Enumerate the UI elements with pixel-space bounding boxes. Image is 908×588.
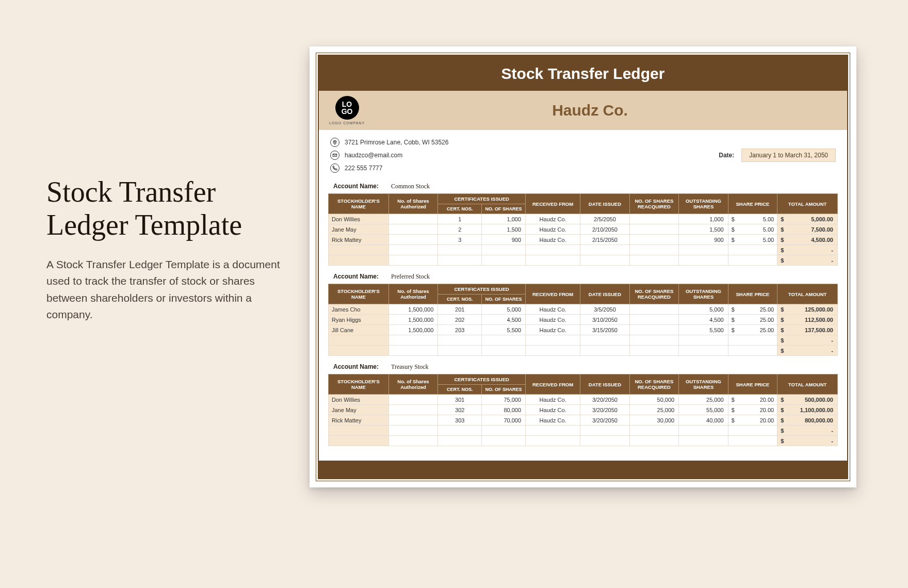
col-total-amount: TOTAL AMOUNT [777,374,838,395]
table-row-empty: $- [329,426,838,436]
cell-outstanding: 1,500 [679,224,728,235]
cell-empty [329,346,389,356]
col-no-shares: NO. OF SHARES [482,204,526,214]
cell-outstanding: 1,000 [679,214,728,224]
cell-authorized: 1,500,000 [388,325,438,335]
cell-empty [388,335,438,346]
cell-outstanding: 4,500 [679,315,728,325]
col-reacquired: NO. OF SHARES REACQUIRED [629,284,679,304]
col-no-shares: NO. OF SHARES [482,295,526,304]
cell-total-empty: $- [777,335,838,346]
cell-outstanding: 25,000 [679,395,728,405]
cell-empty [526,346,580,356]
cell-date-issued: 2/10/2050 [580,224,630,235]
cell-authorized: 1,500,000 [388,304,438,315]
cell-cert-no: 203 [438,325,482,335]
email-icon [330,151,339,160]
col-shares-authorized: No. of Shares Authorized [388,284,438,304]
footer-band [319,461,847,478]
cell-outstanding: 5,500 [679,325,728,335]
cell-empty [482,255,526,266]
col-outstanding: OUTSTANDING SHARES [679,284,728,304]
cell-date-issued: 2/15/2050 [580,235,630,245]
cell-shares: 70,000 [482,415,526,426]
logo-text-bot: GO [342,108,353,115]
tables-area: Account Name:Common StockSTOCKHOLDER'S N… [319,177,847,458]
cell-empty [580,436,630,446]
cell-empty [679,346,728,356]
cell-total-empty: $- [777,346,838,356]
cell-name: Rick Mattey [329,415,389,426]
cell-empty [526,426,580,436]
cell-name: Rick Mattey [329,235,389,245]
promo-block: Stock Transfer Ledger Template A Stock T… [46,175,289,323]
col-shares-authorized: No. of Shares Authorized [388,194,438,214]
cell-total: $112,500.00 [777,315,838,325]
cell-share-price: $20.00 [728,405,777,415]
account-header: Account Name:Common Stock [328,181,838,193]
cell-empty [679,426,728,436]
cell-outstanding: 5,000 [679,304,728,315]
document-frame: Stock Transfer Ledger LO GO LOGO COMPANY… [318,55,848,479]
cell-empty [629,346,679,356]
cell-share-price: $20.00 [728,395,777,405]
meta-block: 3721 Primrose Lane, Cobb, WI 53526 haudz… [319,130,847,177]
cell-empty [482,245,526,255]
col-reacquired: NO. OF SHARES REACQUIRED [629,194,679,214]
cell-name: James Cho [329,304,389,315]
col-stockholder: STOCKHOLDER'S NAME [329,194,389,214]
cell-reacquired [629,315,679,325]
cell-date-issued: 3/20/2050 [580,395,630,405]
cell-name: Ryan Higgs [329,315,389,325]
svg-point-0 [334,141,335,142]
ledger-table: STOCKHOLDER'S NAMENo. of Shares Authoriz… [328,374,838,446]
col-date-issued: DATE ISSUED [580,374,630,395]
col-received-from: RECEIVED FROM [526,194,580,214]
cell-empty [679,335,728,346]
cell-authorized: 1,500,000 [388,315,438,325]
cell-empty [728,346,777,356]
cell-empty [329,245,389,255]
cell-authorized [388,405,438,415]
cell-shares: 1,500 [482,224,526,235]
cell-date-issued: 3/15/2050 [580,325,630,335]
cell-received-from: Haudz Co. [526,415,580,426]
col-share-price: SHARE PRICE [728,284,777,304]
cell-reacquired [629,235,679,245]
cell-received-from: Haudz Co. [526,304,580,315]
cell-cert-no: 303 [438,415,482,426]
col-share-price: SHARE PRICE [728,374,777,395]
cell-reacquired: 50,000 [629,395,679,405]
cell-empty [679,255,728,266]
cell-share-price: $25.00 [728,304,777,315]
col-no-shares: NO. OF SHARES [482,385,526,395]
cell-empty [482,346,526,356]
table-row: Jane May30280,000Haudz Co.3/20/205025,00… [329,405,838,415]
cell-received-from: Haudz Co. [526,235,580,245]
cell-share-price: $5.00 [728,224,777,235]
cell-authorized [388,214,438,224]
col-outstanding: OUTSTANDING SHARES [679,374,728,395]
cell-empty [438,245,482,255]
cell-empty [526,245,580,255]
cell-received-from: Haudz Co. [526,214,580,224]
logo-text-top: LO [342,101,353,108]
cell-name: Jane May [329,405,389,415]
col-reacquired: NO. OF SHARES REACQUIRED [629,374,679,395]
cell-empty [388,245,438,255]
account-name-value: Treasury Stock [391,363,429,370]
cell-empty [482,436,526,446]
cell-shares: 5,500 [482,325,526,335]
cell-cert-no: 2 [438,224,482,235]
cell-empty [728,255,777,266]
cell-reacquired: 30,000 [629,415,679,426]
table-row: Ryan Higgs1,500,0002024,500Haudz Co.3/10… [329,315,838,325]
cell-received-from: Haudz Co. [526,405,580,415]
account-name-label: Account Name: [333,183,379,190]
cell-total: $1,100,000.00 [777,405,838,415]
table-row-empty: $- [329,346,838,356]
col-date-issued: DATE ISSUED [580,284,630,304]
col-cert-nos: CERT. NOS. [438,295,482,304]
cell-empty [728,335,777,346]
cell-cert-no: 3 [438,235,482,245]
